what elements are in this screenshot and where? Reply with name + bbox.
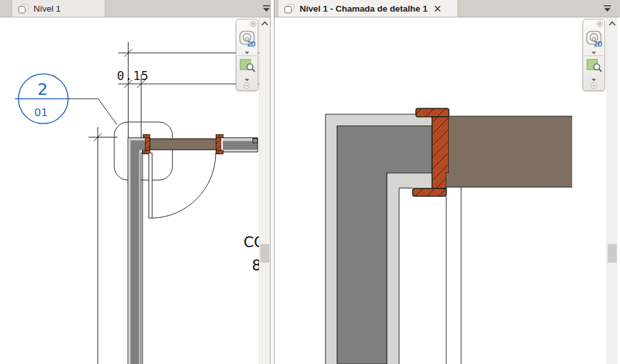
navigation-bar: 2D [583, 19, 605, 91]
tab-chamada-de-detalhe[interactable]: Nível 1 - Chamada de detalhe 1 [278, 0, 458, 17]
tab-label: Nível 1 [34, 4, 61, 14]
detail-drawing [274, 17, 606, 364]
view-pane-detail-callout: Nível 1 - Chamada de detalhe 1 [274, 0, 620, 364]
door-swing-arc [152, 153, 216, 218]
scrollbar-right-pane[interactable] [606, 17, 617, 364]
door-panel-detail[interactable] [446, 116, 572, 187]
zoom-dropdown-arrow-icon[interactable] [591, 78, 597, 82]
navbar-disc-icon[interactable] [590, 83, 597, 89]
navbar-disc-icon[interactable] [243, 83, 250, 89]
revit-window: Nível 1 0.15 [0, 0, 620, 364]
wall-right-stub[interactable] [223, 138, 258, 152]
dimension-text: 0.15 [117, 68, 149, 83]
view-pane-level1: Nível 1 0.15 [0, 0, 271, 364]
navbar-close-icon[interactable] [250, 21, 256, 27]
scrollbar-thumb[interactable] [608, 244, 617, 263]
opening-lines [446, 187, 461, 364]
wall-corner-detail[interactable] [326, 114, 432, 364]
navigation-bar: 2D [236, 19, 258, 91]
dimension-string-left[interactable] [88, 127, 118, 364]
callout-sheet-number: 01 [34, 106, 48, 119]
palette-divider [584, 56, 603, 56]
tab-label: Nível 1 - Chamada de detalhe 1 [300, 4, 428, 14]
scroll-up-button[interactable] [607, 17, 617, 28]
zoom-region-icon [586, 59, 604, 74]
tabbar-right: Nível 1 - Chamada de detalhe 1 [274, 0, 620, 17]
floor-plan-view-icon [284, 4, 295, 14]
wall-corner[interactable] [128, 138, 150, 364]
floor-plan-view-icon [18, 4, 29, 14]
zoom-region-button[interactable] [586, 59, 604, 74]
scroll-up-button[interactable] [260, 17, 270, 28]
door-leaf-open [149, 153, 152, 218]
callout-bubble[interactable]: 2 01 [15, 74, 70, 124]
plan-drawing: 0.15 [0, 17, 270, 364]
zoom-region-button[interactable] [240, 59, 257, 74]
wall-end-cap [253, 139, 258, 143]
zoom-dropdown-arrow-icon[interactable] [244, 78, 250, 82]
wheel-2d-label: 2D [247, 41, 256, 48]
view-list-chevron-icon[interactable] [603, 5, 612, 12]
navbar-close-icon[interactable] [597, 21, 603, 27]
scroll-up-icon [261, 21, 269, 26]
door-plan[interactable] [143, 135, 223, 219]
drawing-canvas-right[interactable] [274, 17, 620, 364]
door-frame-right[interactable] [216, 135, 223, 154]
tab-nivel-1[interactable]: Nível 1 [12, 0, 105, 17]
view-list-chevron-icon[interactable] [262, 5, 271, 12]
close-tab-button[interactable] [434, 5, 441, 12]
palette-divider [238, 56, 256, 56]
close-icon [434, 5, 441, 12]
zoom-region-icon [240, 59, 257, 74]
wheel-dropdown-arrow-icon[interactable] [591, 51, 597, 55]
door-panel[interactable] [150, 139, 216, 150]
scrollbar-thumb[interactable] [260, 244, 269, 263]
scrollbar-left-pane[interactable] [259, 17, 270, 364]
wheel-2d-label: 2D [594, 41, 603, 48]
wheel-dropdown-arrow-icon[interactable] [244, 51, 250, 55]
drawing-canvas-left[interactable]: 0.15 [0, 17, 270, 364]
callout-detail-number: 2 [37, 80, 48, 99]
scroll-up-icon [608, 21, 616, 26]
tabbar-left: Nível 1 [0, 0, 270, 17]
